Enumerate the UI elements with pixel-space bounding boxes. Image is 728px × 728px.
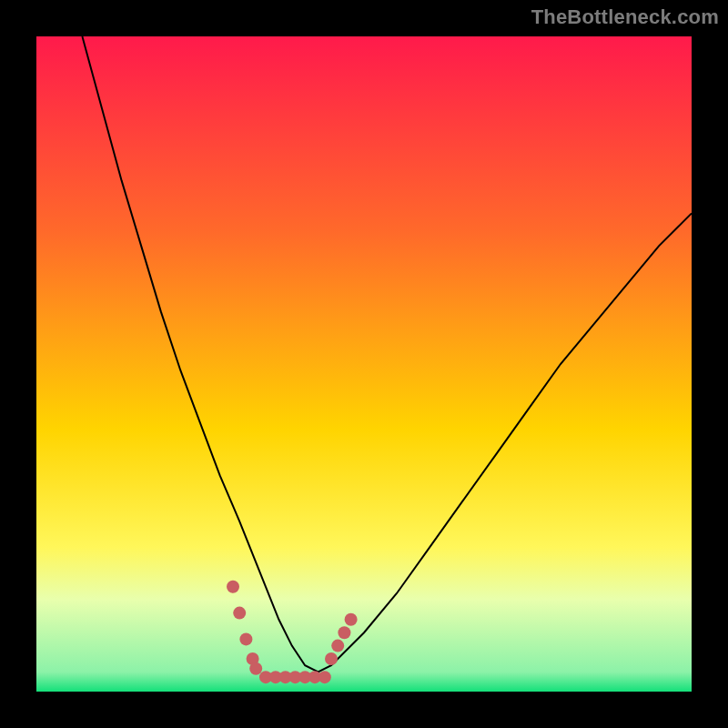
- marker-dot: [345, 613, 358, 626]
- chart-svg: [36, 36, 692, 692]
- watermark-text: TheBottleneck.com: [531, 5, 719, 29]
- chart-container: TheBottleneck.com: [0, 0, 728, 728]
- marker-dot: [249, 662, 262, 675]
- background-gradient: [36, 36, 692, 692]
- marker-dot: [338, 626, 350, 639]
- marker-dot: [325, 652, 338, 665]
- marker-dot: [331, 640, 344, 652]
- marker-dot: [227, 581, 239, 593]
- plot-area: [36, 36, 692, 692]
- marker-dot: [318, 671, 331, 683]
- marker-dot: [239, 632, 252, 645]
- marker-dot: [233, 607, 246, 620]
